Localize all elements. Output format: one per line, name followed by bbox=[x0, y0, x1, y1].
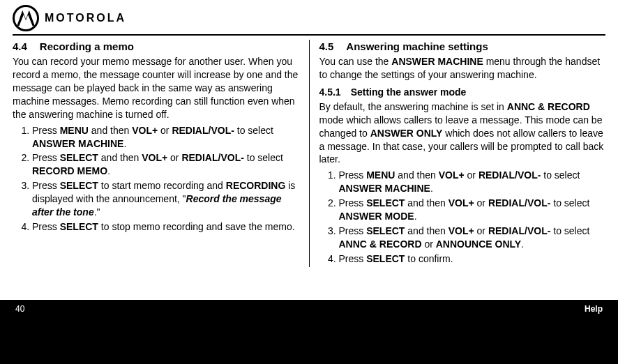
list-item: Press MENU and then VOL+ or REDIAL/VOL- … bbox=[339, 169, 606, 195]
motorola-logo-icon bbox=[13, 5, 39, 31]
header-separator bbox=[13, 34, 605, 36]
section-4-5-1-body: By default, the answering machine is set… bbox=[319, 100, 606, 166]
list-item: Press SELECT to confirm. bbox=[339, 252, 606, 266]
section-4-4-heading: 4.4Recording a memo bbox=[13, 40, 299, 54]
section-4-4-steps: Press MENU and then VOL+ or REDIAL/VOL- … bbox=[13, 124, 299, 234]
section-4-5-heading: 4.5Answering machine settings bbox=[319, 40, 606, 54]
list-item: Press SELECT and then VOL+ or REDIAL/VOL… bbox=[339, 225, 606, 251]
list-item: Press MENU and then VOL+ or REDIAL/VOL- … bbox=[32, 124, 299, 151]
section-4-5-1-heading: 4.5.1Setting the answer mode bbox=[319, 86, 606, 99]
brand-name: MOTOROLA bbox=[45, 12, 126, 24]
list-item: Press SELECT to start memo recording and… bbox=[32, 179, 299, 219]
section-4-5-intro: You can use the ANSWER MACHINE menu thro… bbox=[319, 55, 606, 82]
page-footer: 40 Help bbox=[0, 300, 618, 317]
brand-header: MOTOROLA bbox=[13, 5, 605, 31]
left-column: 4.4Recording a memo You can record your … bbox=[13, 40, 310, 267]
list-item: Press SELECT and then VOL+ or REDIAL/VOL… bbox=[32, 151, 299, 178]
page-number: 40 bbox=[15, 304, 24, 314]
footer-help-label: Help bbox=[585, 304, 603, 314]
section-4-4-intro: You can record your memo message for ano… bbox=[13, 55, 299, 121]
right-column: 4.5Answering machine settings You can us… bbox=[310, 40, 606, 267]
list-item: Press SELECT and then VOL+ or REDIAL/VOL… bbox=[339, 197, 606, 223]
section-4-5-1-steps: Press MENU and then VOL+ or REDIAL/VOL- … bbox=[319, 169, 606, 265]
list-item: Press SELECT to stop memo recording and … bbox=[32, 220, 299, 234]
